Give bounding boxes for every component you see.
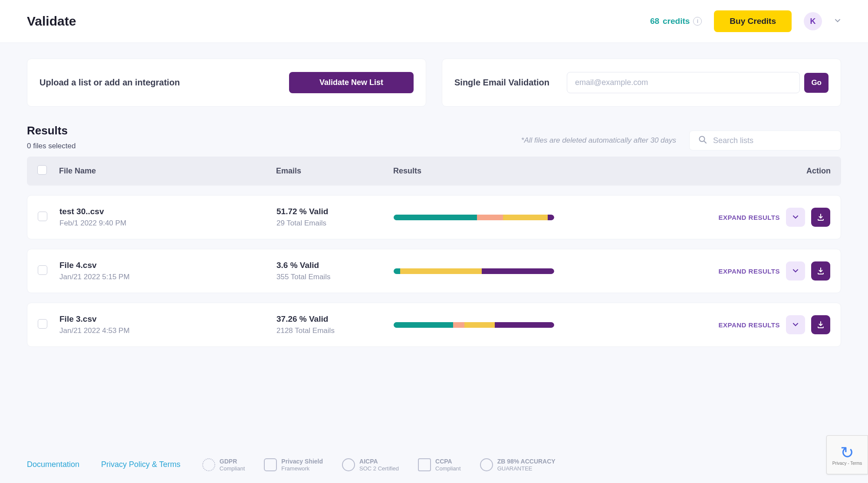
col-file-name: File Name [59, 166, 276, 176]
file-name: File 3.csv [59, 314, 276, 324]
download-button[interactable] [811, 315, 830, 334]
compliance-badge: CCPA Compliant [418, 457, 461, 472]
expand-results-link[interactable]: EXPAND RESULTS [719, 321, 780, 329]
select-all-checkbox[interactable] [37, 165, 47, 175]
badge-text: AICPA SOC 2 Certified [359, 457, 399, 472]
expand-button[interactable] [786, 208, 805, 227]
chevron-down-icon[interactable] [834, 17, 841, 26]
seg-unknown [464, 322, 495, 328]
file-date: Feb/1 2022 9:40 PM [59, 219, 276, 228]
file-date: Jan/21 2022 5:15 PM [59, 273, 276, 281]
badge-icon [418, 458, 431, 471]
total-emails: 355 Total Emails [276, 273, 394, 281]
row-checkbox[interactable] [38, 265, 47, 275]
credits-count: 68 [650, 16, 659, 26]
seg-valid [394, 268, 400, 274]
files-selected-count: 0 files selected [27, 142, 76, 150]
info-icon[interactable]: i [693, 17, 702, 26]
upload-card-label: Upload a list or add an integration [39, 78, 180, 88]
table-body: test 30..csv Feb/1 2022 9:40 PM 51.72 % … [27, 195, 841, 347]
single-email-input[interactable] [567, 72, 800, 93]
topbar: Validate 68 credits i Buy Credits K [0, 0, 868, 43]
badge-icon [342, 458, 355, 471]
upload-card: Upload a list or add an integration Vali… [27, 59, 426, 107]
seg-catchall [477, 215, 503, 220]
go-button[interactable]: Go [804, 73, 829, 93]
compliance-badge: GDPR Compliant [202, 457, 245, 472]
search-lists-wrap[interactable] [689, 131, 841, 150]
recaptcha-icon: ↻ [840, 444, 854, 461]
badge-text: Privacy Shield Framework [281, 457, 323, 472]
credits-label: credits [663, 16, 690, 26]
result-bar [394, 322, 554, 328]
topbar-right: 68 credits i Buy Credits K [650, 10, 841, 32]
expand-results-link[interactable]: EXPAND RESULTS [719, 268, 780, 275]
buy-credits-button[interactable]: Buy Credits [714, 10, 792, 32]
valid-percent: 37.26 % Valid [276, 314, 394, 324]
expand-button[interactable] [786, 315, 805, 334]
badge-text: CCPA Compliant [435, 457, 461, 472]
seg-valid [394, 215, 477, 220]
credits-display[interactable]: 68 credits i [650, 16, 702, 26]
file-date: Jan/21 2022 4:53 PM [59, 326, 276, 335]
result-bar [394, 215, 554, 220]
col-emails: Emails [276, 166, 393, 176]
validate-new-list-button[interactable]: Validate New List [289, 72, 414, 93]
file-name: test 30..csv [59, 207, 276, 216]
recaptcha-badge[interactable]: ↻ Privacy - Terms [826, 435, 868, 474]
seg-invalid [548, 215, 554, 220]
compliance-badges: GDPR Compliant Privacy Shield Framework … [202, 457, 556, 472]
seg-catchall [453, 322, 464, 328]
table-header: File Name Emails Results Action [27, 157, 841, 186]
expand-button[interactable] [786, 261, 805, 281]
total-emails: 2128 Total Emails [276, 326, 394, 335]
table-row: File 4.csv Jan/21 2022 5:15 PM 3.6 % Val… [27, 249, 841, 293]
footer: Documentation Privacy Policy & Terms GDP… [0, 446, 868, 483]
file-name: File 4.csv [59, 261, 276, 270]
page-title: Validate [27, 14, 76, 29]
table-row: test 30..csv Feb/1 2022 9:40 PM 51.72 % … [27, 195, 841, 239]
compliance-badge: Privacy Shield Framework [264, 457, 323, 472]
col-action: Action [722, 166, 831, 176]
recaptcha-text: Privacy - Terms [832, 461, 862, 466]
expand-results-link[interactable]: EXPAND RESULTS [719, 214, 780, 221]
seg-invalid [482, 268, 554, 274]
col-results: Results [393, 166, 722, 176]
documentation-link[interactable]: Documentation [27, 460, 79, 469]
download-button[interactable] [811, 208, 830, 227]
single-validation-card: Single Email Validation Go [442, 59, 841, 107]
compliance-badge: ZB 98% ACCURACY GUARANTEE [480, 457, 556, 472]
privacy-link[interactable]: Privacy Policy & Terms [101, 460, 181, 469]
row-checkbox[interactable] [38, 319, 47, 329]
search-input[interactable] [713, 136, 832, 145]
compliance-badge: AICPA SOC 2 Certified [342, 457, 399, 472]
download-button[interactable] [811, 261, 830, 281]
search-icon [698, 135, 707, 146]
auto-delete-note: *All files are deleted automatically aft… [521, 136, 676, 145]
badge-text: ZB 98% ACCURACY GUARANTEE [497, 457, 556, 472]
badge-icon [480, 458, 493, 471]
seg-valid [394, 322, 453, 328]
results-heading: Results [27, 124, 76, 137]
row-checkbox[interactable] [38, 212, 47, 221]
valid-percent: 3.6 % Valid [276, 261, 394, 270]
seg-invalid [495, 322, 554, 328]
svg-point-0 [700, 137, 705, 142]
seg-unknown [503, 215, 548, 220]
seg-unknown [400, 268, 482, 274]
total-emails: 29 Total Emails [276, 219, 394, 228]
result-bar [394, 268, 554, 274]
avatar[interactable]: K [804, 12, 822, 30]
results-header: Results 0 files selected *All files are … [27, 124, 841, 150]
badge-icon [202, 458, 215, 471]
cards-row: Upload a list or add an integration Vali… [27, 59, 841, 107]
single-validation-label: Single Email Validation [454, 78, 549, 88]
badge-icon [264, 458, 277, 471]
valid-percent: 51.72 % Valid [276, 207, 394, 216]
badge-text: GDPR Compliant [220, 457, 245, 472]
table-row: File 3.csv Jan/21 2022 4:53 PM 37.26 % V… [27, 303, 841, 347]
